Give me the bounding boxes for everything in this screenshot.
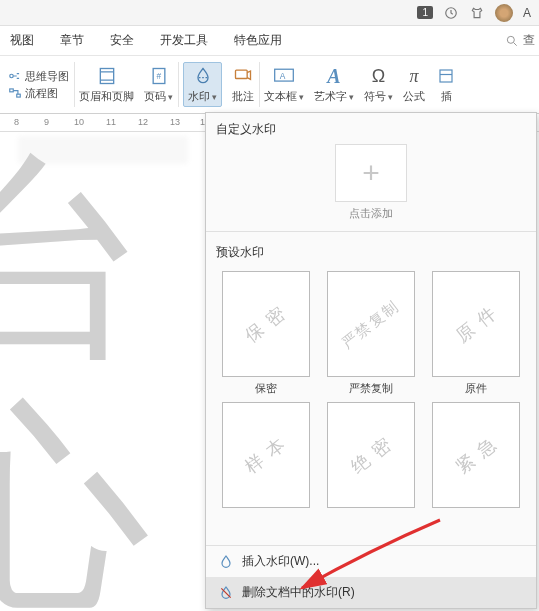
search-label: 查 (523, 32, 535, 49)
add-watermark-label: 点击添加 (349, 206, 393, 221)
textbox-icon: A (273, 67, 295, 85)
preset-watermark-title: 预设水印 (206, 236, 536, 267)
textbox-label: 文本框 (264, 89, 297, 104)
add-watermark-button[interactable]: + 点击添加 (216, 144, 526, 221)
dropdown-footer: 插入水印(W)... 删除文档中的水印(R) (206, 545, 536, 608)
header-footer-button[interactable]: 页眉和页脚 (75, 56, 138, 113)
ruler-tick: 8 (14, 117, 19, 127)
insert-more-button[interactable]: 插 (431, 56, 461, 113)
preset-top-secret[interactable]: 绝 密 (323, 402, 418, 508)
plus-icon: + (362, 158, 380, 188)
annotation-icon (233, 66, 253, 86)
ruler-tick: 12 (138, 117, 148, 127)
wordart-label: 艺术字 (314, 89, 347, 104)
remove-watermark-menuitem[interactable]: 删除文档中的水印(R) (206, 577, 536, 608)
tab-special[interactable]: 特色应用 (228, 26, 288, 55)
textbox-button[interactable]: A 文本框▾ (260, 56, 308, 113)
preset-wm-text: 原 件 (451, 300, 502, 348)
watermark-remove-icon (218, 585, 234, 601)
preset-wm-text: 严禁复制 (338, 296, 403, 353)
ruler-tick: 11 (106, 117, 116, 127)
preset-urgent[interactable]: 紧 急 (429, 402, 524, 508)
preset-label: 原件 (465, 381, 487, 396)
ribbon-group-diagrams: 思维导图 流程图 (4, 56, 73, 113)
tab-devtools[interactable]: 开发工具 (154, 26, 214, 55)
preset-label: 保密 (255, 381, 277, 396)
preset-wm-text: 样 本 (240, 431, 291, 479)
preset-no-copy[interactable]: 严禁复制 严禁复制 (323, 271, 418, 396)
page-number-label: 页码 (144, 89, 166, 104)
user-initial: A (523, 6, 531, 20)
notification-badge[interactable]: 1 (417, 6, 433, 19)
svg-rect-8 (236, 70, 248, 78)
preset-wm-text: 保 密 (240, 300, 291, 348)
watermark-dropdown: 自定义水印 + 点击添加 预设水印 保 密 保密 严禁复制 严禁复制 原 件 原… (205, 112, 537, 609)
page-number-button[interactable]: # 页码▾ (140, 56, 177, 113)
watermark-label: 水印 (188, 89, 210, 104)
page-number-icon: # (149, 66, 169, 86)
avatar[interactable] (495, 4, 513, 22)
preset-grid: 保 密 保密 严禁复制 严禁复制 原 件 原件 样 本 绝 密 紧 急 (206, 267, 536, 514)
watermark-char: 心 (0, 362, 150, 611)
preset-wm-text: 紧 急 (451, 431, 502, 479)
svg-point-1 (507, 36, 514, 43)
divider (206, 231, 536, 232)
ribbon: 思维导图 流程图 页眉和页脚 # 页码▾ 水印▾ 批注 A 文本框▾ A 艺术字… (0, 56, 539, 114)
tab-chapter[interactable]: 章节 (54, 26, 90, 55)
chevron-down-icon: ▾ (388, 92, 393, 102)
chevron-down-icon: ▾ (349, 92, 354, 102)
svg-rect-5 (100, 69, 113, 84)
insert-icon (437, 67, 455, 85)
chevron-down-icon: ▾ (212, 92, 217, 102)
svg-text:A: A (280, 71, 286, 81)
insert-label: 插 (441, 89, 452, 104)
header-footer-label: 页眉和页脚 (79, 89, 134, 104)
tab-security[interactable]: 安全 (104, 26, 140, 55)
search-icon (505, 34, 519, 48)
chevron-down-icon: ▾ (299, 92, 304, 102)
svg-point-2 (10, 74, 14, 78)
symbol-icon: Ω (372, 66, 385, 87)
wordart-button[interactable]: A 艺术字▾ (310, 56, 358, 113)
custom-watermark-title: 自定义水印 (206, 113, 536, 144)
svg-text:#: # (156, 71, 161, 81)
chevron-down-icon: ▾ (168, 92, 173, 102)
svg-rect-3 (10, 89, 14, 92)
formula-button[interactable]: π 公式 (399, 56, 429, 113)
svg-rect-4 (17, 94, 21, 97)
tab-view[interactable]: 视图 (4, 26, 40, 55)
watermark-insert-icon (218, 554, 234, 570)
preset-confidential[interactable]: 保 密 保密 (218, 271, 313, 396)
skin-icon[interactable] (469, 5, 485, 21)
mindmap-icon (8, 70, 22, 82)
watermark-button[interactable]: 水印▾ (179, 56, 226, 113)
ruler-tick: 10 (74, 117, 84, 127)
watermark-icon (193, 66, 213, 86)
annotation-label: 批注 (232, 89, 254, 104)
ribbon-tabs: 视图 章节 安全 开发工具 特色应用 查 (0, 26, 539, 56)
formula-icon: π (409, 66, 418, 87)
ruler-tick: 13 (170, 117, 180, 127)
mindmap-label: 思维导图 (25, 69, 69, 84)
preset-sample[interactable]: 样 本 (218, 402, 313, 508)
preset-original[interactable]: 原 件 原件 (429, 271, 524, 396)
svg-rect-11 (440, 70, 452, 82)
insert-watermark-label: 插入水印(W)... (242, 553, 319, 570)
insert-watermark-menuitem[interactable]: 插入水印(W)... (206, 546, 536, 577)
wordart-icon: A (327, 65, 340, 88)
symbol-label: 符号 (364, 89, 386, 104)
flowchart-button[interactable]: 流程图 (8, 86, 58, 101)
preset-wm-text: 绝 密 (345, 431, 396, 479)
header-footer-icon (97, 66, 117, 86)
flowchart-label: 流程图 (25, 86, 58, 101)
titlebar: 1 A (0, 0, 539, 26)
sync-icon[interactable] (443, 5, 459, 21)
symbol-button[interactable]: Ω 符号▾ (360, 56, 397, 113)
remove-watermark-label: 删除文档中的水印(R) (242, 584, 355, 601)
mindmap-button[interactable]: 思维导图 (8, 69, 69, 84)
annotation-button[interactable]: 批注 (228, 56, 258, 113)
flowchart-icon (8, 87, 22, 99)
ruler-tick: 9 (44, 117, 49, 127)
search-button[interactable]: 查 (505, 32, 535, 49)
formula-label: 公式 (403, 89, 425, 104)
